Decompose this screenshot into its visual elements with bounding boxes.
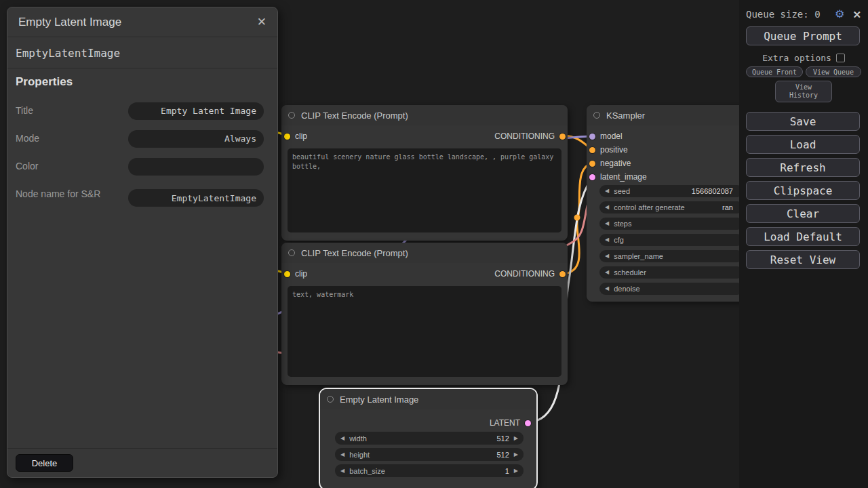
- negative-input-label: negative: [600, 159, 631, 168]
- model-input-slot[interactable]: [589, 134, 595, 140]
- title-field[interactable]: [128, 102, 264, 120]
- load-default-button[interactable]: Load Default: [746, 227, 860, 246]
- decrement-arrow-icon[interactable]: ◀: [605, 286, 609, 291]
- height-widget[interactable]: ◀ height 512 ▶: [335, 448, 524, 461]
- view-queue-button[interactable]: View Queue: [806, 66, 861, 77]
- model-input-label: model: [600, 131, 623, 141]
- latent-output-label: LATENT: [490, 418, 520, 428]
- decrement-arrow-icon[interactable]: ◀: [340, 436, 344, 441]
- refresh-button[interactable]: Refresh: [746, 158, 860, 177]
- color-field[interactable]: [128, 158, 264, 176]
- increment-arrow-icon[interactable]: ▶: [514, 436, 518, 441]
- extra-options-checkbox[interactable]: [836, 54, 845, 62]
- save-button[interactable]: Save: [746, 112, 860, 131]
- clip-input-label: clip: [295, 269, 307, 279]
- queue-size-label: Queue size: 0: [746, 9, 821, 20]
- clip-input-slot[interactable]: [284, 271, 290, 277]
- conditioning-output-slot[interactable]: [559, 271, 566, 277]
- property-row-node-name: Node name for S&R: [7, 174, 277, 215]
- view-history-button[interactable]: View History: [775, 81, 832, 102]
- latent-image-input-slot[interactable]: [589, 174, 595, 180]
- reset-view-button[interactable]: Reset View: [746, 250, 860, 269]
- collapse-dot-icon[interactable]: [288, 112, 295, 119]
- positive-input-label: positive: [600, 145, 628, 155]
- node-title: KSampler: [606, 110, 645, 121]
- negative-input-slot[interactable]: [589, 161, 595, 167]
- comfy-menu-panel: Queue size: 0 ⚙ ✕ Queue Prompt Extra opt…: [739, 0, 868, 488]
- collapse-dot-icon[interactable]: [593, 112, 600, 119]
- node-header[interactable]: CLIP Text Encode (Prompt): [281, 105, 568, 125]
- conditioning-output-label: CONDITIONING: [494, 131, 555, 141]
- node-header[interactable]: Empty Latent Image: [320, 389, 536, 409]
- prompt-textarea[interactable]: beautiful scenery nature glass bottle la…: [288, 148, 561, 232]
- decrement-arrow-icon[interactable]: ◀: [605, 253, 609, 259]
- clip-input-slot[interactable]: [284, 134, 290, 140]
- node-clip-text-encode-positive[interactable]: CLIP Text Encode (Prompt) clip CONDITION…: [281, 105, 568, 241]
- scheduler-widget[interactable]: ◀ scheduler: [599, 266, 743, 279]
- positive-input-slot[interactable]: [589, 147, 595, 153]
- node-title: CLIP Text Encode (Prompt): [301, 110, 408, 121]
- dialog-title: Empty Latent Image: [18, 16, 121, 29]
- denoise-widget[interactable]: ◀ denoise: [599, 283, 743, 295]
- collapse-dot-icon[interactable]: [288, 249, 295, 256]
- node-header[interactable]: CLIP Text Encode (Prompt): [281, 243, 568, 263]
- prompt-textarea[interactable]: text, watermark: [288, 286, 561, 377]
- increment-arrow-icon[interactable]: ▶: [514, 468, 518, 474]
- conditioning-output-slot[interactable]: [559, 134, 566, 140]
- clipspace-button[interactable]: Clipspace: [746, 181, 860, 200]
- close-icon[interactable]: ✕: [852, 9, 861, 20]
- load-button[interactable]: Load: [746, 135, 860, 154]
- properties-heading: Properties: [16, 75, 73, 89]
- node-title: Empty Latent Image: [340, 394, 418, 405]
- decrement-arrow-icon[interactable]: ◀: [605, 188, 609, 194]
- node-empty-latent-image[interactable]: Empty Latent Image LATENT ◀ width 512 ▶ …: [319, 388, 538, 488]
- property-row-title: Title: [7, 97, 277, 125]
- latent-image-input-label: latent_image: [600, 172, 647, 182]
- steps-widget[interactable]: ◀ steps: [599, 218, 743, 230]
- control-after-generate-widget[interactable]: ◀ control after generate ran: [599, 201, 743, 214]
- decrement-arrow-icon[interactable]: ◀: [605, 237, 609, 243]
- decrement-arrow-icon[interactable]: ◀: [340, 452, 344, 458]
- sampler-name-widget[interactable]: ◀ sampler_name: [599, 250, 743, 262]
- node-properties-dialog: Empty Latent Image ✕ EmptyLatentImage Pr…: [7, 7, 278, 478]
- seed-widget[interactable]: ◀ seed 1566802087: [599, 185, 743, 197]
- clip-input-label: clip: [295, 131, 307, 141]
- node-type-name: EmptyLatentImage: [7, 38, 277, 68]
- decrement-arrow-icon[interactable]: ◀: [340, 468, 344, 474]
- node-editor-canvas[interactable]: CLIP Text Encode (Prompt) clip CONDITION…: [0, 0, 868, 488]
- increment-arrow-icon[interactable]: ▶: [514, 452, 518, 458]
- collapse-dot-icon[interactable]: [327, 396, 334, 403]
- conditioning-output-label: CONDITIONING: [494, 269, 555, 279]
- decrement-arrow-icon[interactable]: ◀: [605, 221, 609, 226]
- cfg-widget[interactable]: ◀ cfg: [599, 234, 743, 246]
- close-icon[interactable]: ✕: [257, 16, 267, 28]
- width-widget[interactable]: ◀ width 512 ▶: [335, 432, 524, 445]
- delete-button[interactable]: Delete: [16, 454, 73, 472]
- queue-prompt-button[interactable]: Queue Prompt: [746, 26, 860, 45]
- queue-front-button[interactable]: Queue Front: [746, 66, 803, 77]
- property-row-mode: Mode: [7, 125, 277, 152]
- node-clip-text-encode-negative[interactable]: CLIP Text Encode (Prompt) clip CONDITION…: [281, 243, 568, 385]
- decrement-arrow-icon[interactable]: ◀: [605, 205, 609, 210]
- latent-output-slot[interactable]: [525, 420, 531, 426]
- settings-gear-icon[interactable]: ⚙: [835, 9, 844, 20]
- decrement-arrow-icon[interactable]: ◀: [605, 270, 609, 275]
- clear-button[interactable]: Clear: [746, 204, 860, 223]
- wire-reroute-dot[interactable]: [574, 215, 580, 221]
- extra-options-label: Extra options: [762, 53, 831, 63]
- node-name-field[interactable]: [128, 189, 264, 207]
- batch-size-widget[interactable]: ◀ batch_size 1 ▶: [335, 464, 524, 477]
- node-title: CLIP Text Encode (Prompt): [301, 248, 408, 258]
- mode-field[interactable]: [128, 130, 264, 148]
